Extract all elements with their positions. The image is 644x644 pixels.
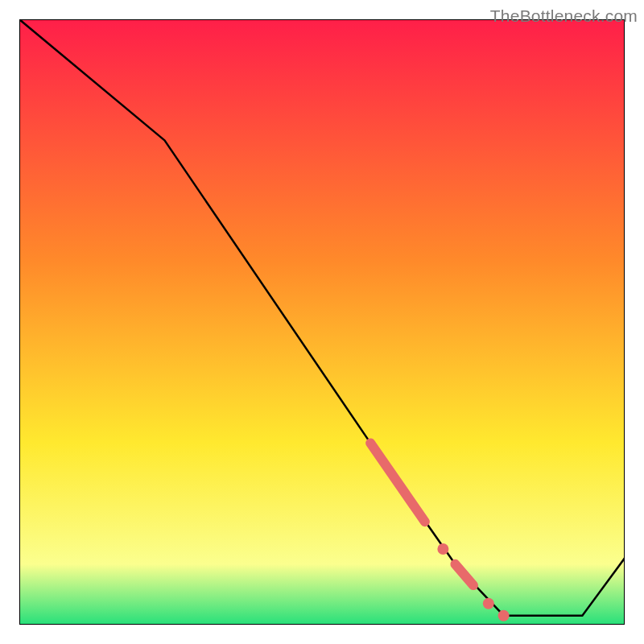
background-gradient <box>19 19 625 625</box>
bottleneck-chart: TheBottleneck.com <box>0 0 644 644</box>
highlight-dot <box>437 543 448 555</box>
chart-svg <box>19 19 625 625</box>
highlight-dot <box>498 610 510 621</box>
highlight-dot <box>483 598 494 609</box>
plot-area <box>19 19 625 625</box>
attribution-text: TheBottleneck.com <box>490 6 638 26</box>
